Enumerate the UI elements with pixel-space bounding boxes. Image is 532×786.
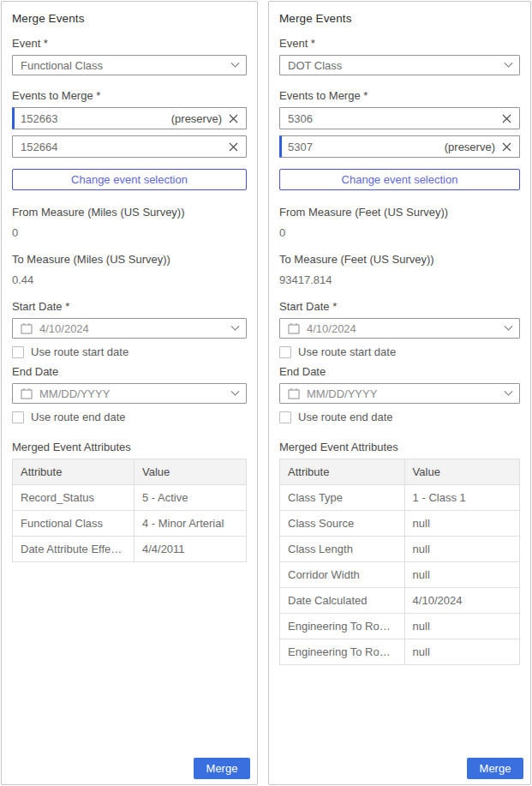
table-row: Record_Status 5 - Active bbox=[13, 485, 247, 511]
page-title: Merge Events bbox=[279, 12, 520, 25]
value-cell: 4 - Minor Arterial bbox=[134, 511, 246, 537]
start-date-value: 4/10/2024 bbox=[39, 322, 225, 335]
use-route-start-date-label: Use route start date bbox=[31, 345, 129, 358]
start-date-value: 4/10/2024 bbox=[307, 322, 499, 335]
end-date-label: End Date bbox=[12, 365, 247, 378]
events-to-merge-label: Events to Merge * bbox=[12, 89, 247, 102]
attribute-cell: Class Source bbox=[280, 511, 405, 537]
calendar-icon bbox=[21, 322, 33, 334]
use-route-end-date-label: Use route end date bbox=[298, 411, 393, 423]
value-cell: 4/10/2024 bbox=[404, 588, 519, 614]
attribute-cell: Date Attribute Effective bbox=[13, 537, 134, 562]
chevron-down-icon bbox=[505, 58, 513, 67]
event-select-value: Functional Class bbox=[21, 59, 232, 72]
end-date-input[interactable]: MM/DD/YYYY bbox=[12, 383, 247, 404]
merge-events-panel-left: Merge Events Event * Functional Class Ev… bbox=[1, 1, 258, 785]
use-route-start-date-checkbox[interactable] bbox=[12, 346, 24, 358]
end-date-placeholder: MM/DD/YYYY bbox=[39, 387, 225, 400]
table-row: Engineering To Route ... null bbox=[280, 639, 520, 665]
use-route-end-date-checkbox[interactable] bbox=[279, 411, 291, 423]
from-measure-value: 0 bbox=[279, 226, 520, 239]
end-date-label: End Date bbox=[279, 365, 520, 378]
preserve-tag: (preserve) bbox=[445, 141, 495, 153]
use-route-end-date-label: Use route end date bbox=[31, 411, 126, 423]
start-date-input[interactable]: 4/10/2024 bbox=[279, 318, 520, 339]
attribute-cell: Class Type bbox=[280, 485, 405, 511]
from-measure-label: From Measure (Feet (US Survey)) bbox=[279, 206, 520, 219]
value-cell: null bbox=[404, 562, 519, 588]
merge-events-panel-right: Merge Events Event * DOT Class Events to… bbox=[268, 1, 531, 785]
calendar-icon bbox=[21, 387, 33, 399]
table-row: Class Length null bbox=[280, 537, 520, 562]
remove-event-icon[interactable] bbox=[229, 142, 238, 152]
event-label: Event * bbox=[279, 37, 520, 50]
use-route-start-date-checkbox[interactable] bbox=[279, 346, 291, 358]
start-date-label: Start Date * bbox=[12, 300, 247, 313]
table-row: Engineering To RouteID null bbox=[280, 614, 520, 639]
event-to-merge-input[interactable]: 152663 (preserve) bbox=[12, 107, 247, 129]
end-date-placeholder: MM/DD/YYYY bbox=[307, 387, 499, 400]
to-measure-value: 0.44 bbox=[12, 273, 247, 286]
table-row: Functional Class 4 - Minor Arterial bbox=[13, 511, 247, 537]
to-measure-label: To Measure (Feet (US Survey)) bbox=[279, 253, 520, 266]
to-measure-label: To Measure (Miles (US Survey)) bbox=[12, 253, 247, 266]
event-to-merge-input[interactable]: 5306 bbox=[279, 107, 520, 129]
event-label: Event * bbox=[12, 37, 247, 50]
merged-attributes-title: Merged Event Attributes bbox=[12, 441, 247, 453]
event-select[interactable]: DOT Class bbox=[279, 55, 520, 75]
change-event-selection-button[interactable]: Change event selection bbox=[279, 169, 520, 190]
value-cell: 4/4/2011 bbox=[134, 537, 246, 562]
chevron-down-icon bbox=[505, 387, 513, 395]
use-route-start-date-label: Use route start date bbox=[298, 345, 396, 358]
value-cell: null bbox=[404, 614, 519, 639]
attribute-cell: Record_Status bbox=[13, 485, 134, 511]
chevron-down-icon bbox=[231, 58, 240, 67]
value-cell: 1 - Class 1 bbox=[404, 485, 519, 511]
table-row: Date Attribute Effective 4/4/2011 bbox=[13, 537, 247, 562]
page-title: Merge Events bbox=[12, 12, 247, 25]
calendar-icon bbox=[288, 322, 300, 334]
event-id: 152664 bbox=[21, 141, 229, 153]
chevron-down-icon bbox=[231, 321, 240, 330]
event-id: 5306 bbox=[288, 112, 502, 125]
end-date-input[interactable]: MM/DD/YYYY bbox=[279, 383, 520, 404]
value-cell: null bbox=[404, 511, 519, 537]
to-measure-value: 93417.814 bbox=[279, 273, 520, 286]
table-row: Corridor Width null bbox=[280, 562, 520, 588]
attribute-column-header: Attribute bbox=[280, 459, 405, 485]
attribute-cell: Date Calculated bbox=[280, 588, 405, 614]
attribute-cell: Engineering To RouteID bbox=[280, 614, 405, 639]
merge-button[interactable]: Merge bbox=[467, 758, 523, 779]
chevron-down-icon bbox=[505, 321, 513, 330]
table-header-row: Attribute Value bbox=[280, 459, 520, 485]
value-cell: 5 - Active bbox=[134, 485, 246, 511]
remove-event-icon[interactable] bbox=[229, 114, 238, 123]
change-event-selection-button[interactable]: Change event selection bbox=[12, 169, 247, 190]
merged-attributes-table: Attribute Value Class Type 1 - Class 1 C… bbox=[279, 459, 520, 665]
attribute-column-header: Attribute bbox=[13, 459, 134, 485]
use-route-end-date-checkbox[interactable] bbox=[12, 411, 24, 423]
remove-event-icon[interactable] bbox=[502, 114, 511, 123]
use-route-start-date-row: Use route start date bbox=[279, 345, 520, 358]
remove-event-icon[interactable] bbox=[502, 142, 511, 152]
attribute-cell: Functional Class bbox=[13, 511, 134, 537]
merged-attributes-table: Attribute Value Record_Status 5 - Active… bbox=[12, 459, 247, 562]
events-to-merge-label: Events to Merge * bbox=[279, 89, 520, 102]
start-date-label: Start Date * bbox=[279, 300, 520, 313]
attribute-cell: Corridor Width bbox=[280, 562, 405, 588]
table-row: Class Type 1 - Class 1 bbox=[280, 485, 520, 511]
use-route-start-date-row: Use route start date bbox=[12, 345, 247, 358]
chevron-down-icon bbox=[231, 387, 240, 395]
value-column-header: Value bbox=[404, 459, 519, 485]
value-column-header: Value bbox=[134, 459, 246, 485]
value-cell: null bbox=[404, 537, 519, 562]
calendar-icon bbox=[288, 387, 300, 399]
event-id: 152663 bbox=[21, 112, 171, 125]
use-route-end-date-row: Use route end date bbox=[12, 411, 247, 423]
event-id: 5307 bbox=[288, 141, 445, 153]
start-date-input[interactable]: 4/10/2024 bbox=[12, 318, 247, 339]
merge-button[interactable]: Merge bbox=[194, 758, 250, 779]
event-select[interactable]: Functional Class bbox=[12, 55, 247, 75]
event-to-merge-input[interactable]: 152664 bbox=[12, 135, 247, 158]
event-to-merge-input[interactable]: 5307 (preserve) bbox=[279, 135, 520, 158]
